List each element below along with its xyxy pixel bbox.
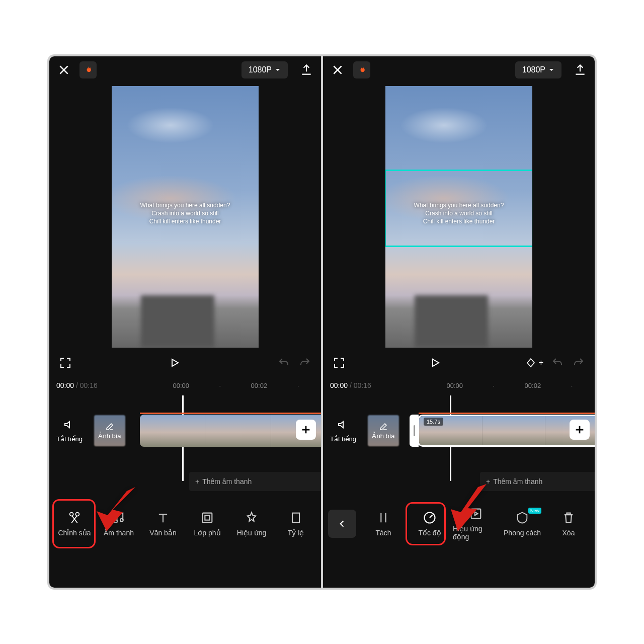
add-audio-button[interactable]: +Thêm âm thanh (189, 472, 321, 491)
flame-icon[interactable] (79, 61, 97, 78)
svg-point-0 (70, 513, 73, 516)
text-tool[interactable]: Văn bản (141, 511, 185, 537)
flame-icon[interactable] (353, 61, 370, 78)
total-duration: 00:16 (354, 381, 371, 389)
resolution-label: 1080P (522, 65, 545, 74)
clip-duration-badge: 15.7s (424, 418, 443, 426)
time-tick: 00:00 (447, 382, 463, 389)
total-duration: 00:16 (80, 381, 98, 389)
animation-tool[interactable]: Hiệu ứng động (453, 507, 499, 541)
video-frame[interactable]: What brings you here all sudden?Crash in… (112, 86, 259, 348)
resolution-button[interactable]: 1080P (515, 61, 561, 78)
svg-point-1 (75, 513, 79, 516)
time-tick: 00:02 (251, 382, 268, 389)
undo-icon[interactable] (277, 356, 291, 370)
bottom-toolbar: Tách Tốc độ Hiệu ứng động NewPhong cách … (323, 496, 595, 551)
video-preview: What brings you here all sudden?Crash in… (49, 84, 321, 350)
speed-tool[interactable]: Tốc độ (407, 511, 453, 537)
bottom-toolbar: Chỉnh sửa Âm thanh Văn bản Lớp phủ Hiệu … (49, 496, 321, 551)
keyframe-icon[interactable]: + (525, 357, 543, 369)
selection-box[interactable] (385, 170, 532, 247)
mute-button[interactable]: Tắt tiếng (49, 419, 90, 443)
editor-panel-right: 1080P What brings you here all sudden?Cr… (323, 56, 595, 588)
current-time: 00:00 (56, 381, 74, 389)
video-frame[interactable]: What brings you here all sudden?Crash in… (385, 86, 532, 348)
svg-rect-6 (292, 513, 299, 523)
play-icon[interactable] (428, 356, 442, 370)
overlay-text: What brings you here all sudden?Crash in… (112, 201, 259, 226)
editor-panel-left: 1080P What brings you here all sudden?Cr… (49, 56, 321, 588)
resolution-label: 1080P (249, 65, 272, 74)
clip-track[interactable] (133, 411, 321, 451)
redo-icon[interactable] (298, 356, 312, 370)
export-icon[interactable] (574, 63, 587, 76)
current-time: 00:00 (330, 381, 348, 389)
audio-tool[interactable]: Âm thanh (97, 511, 141, 537)
edit-tool[interactable]: Chỉnh sửa (52, 511, 97, 537)
new-badge: New (528, 508, 541, 514)
clip-track[interactable]: 15.7s (407, 411, 595, 451)
redo-icon[interactable] (572, 356, 586, 370)
cover-button[interactable]: Ảnh bìa (363, 415, 404, 446)
effects-tool[interactable]: Hiệu ứng (229, 511, 274, 537)
mute-button[interactable]: Tắt tiếng (323, 419, 363, 443)
add-clip-button[interactable] (570, 420, 590, 440)
time-row: 00:00 / 00:16 00:00· 00:02· (49, 375, 321, 395)
add-audio-button[interactable]: +Thêm âm thanh (480, 472, 595, 491)
playback-controls (49, 350, 321, 375)
close-icon[interactable] (331, 63, 344, 76)
svg-rect-4 (203, 513, 212, 523)
cover-button[interactable]: Ảnh bìa (90, 415, 130, 446)
delete-tool[interactable]: Xóa (545, 511, 592, 537)
top-bar: 1080P (323, 56, 595, 84)
svg-point-2 (114, 520, 117, 523)
ratio-tool[interactable]: Tỷ lệ (274, 511, 318, 537)
timeline[interactable]: Tắt tiếng Ảnh bìa +Thêm âm thanh (49, 395, 321, 496)
back-button[interactable] (328, 510, 356, 538)
time-tick: 00:02 (525, 382, 541, 389)
fullscreen-icon[interactable] (332, 356, 346, 370)
timeline[interactable]: Tắt tiếng Ảnh bìa 15.7s +Thêm âm thanh (323, 395, 595, 496)
overlay-tool[interactable]: Lớp phủ (185, 511, 229, 537)
video-preview: What brings you here all sudden?Crash in… (323, 84, 595, 350)
fullscreen-icon[interactable] (58, 356, 72, 370)
svg-rect-8 (471, 509, 481, 519)
split-tool[interactable]: Tách (360, 511, 407, 537)
close-icon[interactable] (57, 63, 70, 76)
export-icon[interactable] (300, 63, 313, 76)
undo-icon[interactable] (550, 356, 565, 370)
play-icon[interactable] (168, 356, 182, 370)
svg-rect-5 (205, 515, 209, 520)
top-bar: 1080P (49, 56, 321, 84)
playback-controls: + (323, 350, 595, 375)
add-clip-button[interactable] (296, 420, 316, 440)
resolution-button[interactable]: 1080P (242, 61, 288, 78)
style-tool[interactable]: NewPhong cách (499, 511, 545, 537)
time-tick: 00:00 (173, 382, 190, 389)
svg-point-3 (120, 519, 123, 522)
time-row: 00:00 / 00:16 00:00· 00:02· (323, 375, 595, 395)
